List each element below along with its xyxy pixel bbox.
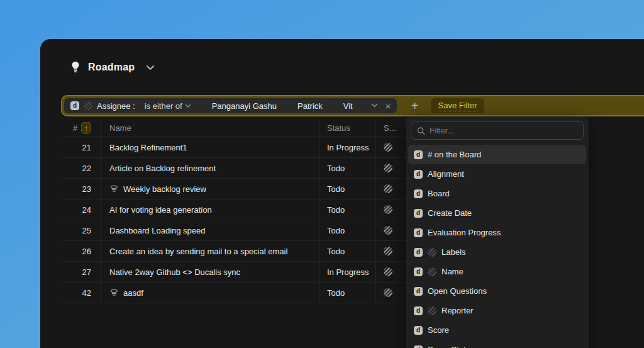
issue-name-cell[interactable]: Backlog Refinement1: [101, 137, 319, 157]
assignee-avatar-icon: [384, 226, 392, 235]
assignee-cell[interactable]: [376, 241, 409, 261]
dropdown-item-label: # on the Board: [428, 150, 481, 159]
dropdown-item[interactable]: dName: [408, 262, 586, 281]
status-cell[interactable]: Todo: [319, 158, 376, 178]
assignee-cell[interactable]: [376, 179, 409, 199]
dropdown-item-label: Evaluation Progress: [428, 228, 501, 237]
table-row[interactable]: 25Dashboard Loading speedTodo: [63, 220, 409, 241]
dropdown-item[interactable]: dScore: [408, 320, 586, 340]
assignee-avatar-icon: [384, 247, 392, 255]
dropdown-item[interactable]: dLabels: [408, 242, 586, 262]
assignee-cell[interactable]: [376, 220, 409, 240]
dropdown-item-label: Create Date: [428, 208, 472, 218]
issue-name-cell[interactable]: aasdf: [101, 283, 319, 303]
dropdown-item[interactable]: d# on the Board: [408, 145, 586, 164]
dropdown-item-label: Board: [428, 189, 450, 198]
status-cell[interactable]: In Progress: [319, 262, 376, 282]
number-header-label: #: [73, 123, 77, 133]
issue-name: Create an idea by sending mail to a spec…: [109, 247, 287, 256]
expand-chevron-icon[interactable]: [371, 103, 378, 108]
field-picker-dropdown: d# on the BoarddAlignmentdBoarddCreate D…: [406, 116, 589, 348]
dropdown-item[interactable]: dReporter: [408, 301, 586, 320]
issue-name: AI for voting idea generation: [109, 205, 212, 215]
table-row[interactable]: 27Native 2way Github <> Ducalis syncIn P…: [63, 262, 409, 283]
status-header-label: Status: [327, 123, 350, 133]
assignee-cell[interactable]: [376, 262, 409, 282]
status-value: Todo: [327, 184, 345, 194]
issue-name: Backlog Refinement1: [109, 143, 187, 152]
column-header-status[interactable]: Status: [319, 120, 376, 137]
filter-field-label: Assignee :: [97, 101, 135, 111]
dropdown-item[interactable]: dAlignment: [408, 164, 586, 184]
issue-name-cell[interactable]: AI for voting idea generation: [101, 199, 319, 220]
save-filter-label: Save Filter: [438, 101, 477, 111]
title-chevron-down-icon[interactable]: [146, 65, 155, 70]
recurring-icon: [109, 288, 119, 297]
ducalis-badge-icon: d: [414, 150, 423, 159]
source-avatar-icon: [428, 267, 436, 276]
issue-name-cell[interactable]: Native 2way Github <> Ducalis sync: [101, 262, 319, 282]
ducalis-badge-icon: d: [414, 345, 423, 348]
filter-operator-select[interactable]: is either of: [145, 101, 191, 111]
table-row[interactable]: 21Backlog Refinement1In Progress: [63, 137, 409, 158]
filter-bar: d Assignee : is either of Panganayi Gash…: [61, 95, 644, 116]
status-cell[interactable]: In Progress: [319, 137, 376, 157]
dropdown-item[interactable]: dBoard: [408, 184, 586, 203]
issue-name: Dashboard Loading speed: [109, 226, 206, 235]
table-row[interactable]: 22Article on Backlog refinementTodo: [63, 158, 409, 179]
add-filter-button[interactable]: +: [407, 99, 422, 112]
dropdown-item-label: Alignment: [428, 169, 464, 179]
dropdown-filter-input[interactable]: [430, 126, 577, 135]
save-filter-button[interactable]: Save Filter: [431, 98, 484, 113]
page-header: Roadmap: [70, 60, 155, 74]
status-cell[interactable]: Todo: [319, 199, 376, 220]
issue-name-cell[interactable]: Create an idea by sending mail to a spec…: [101, 241, 319, 261]
dropdown-item-list: d# on the BoarddAlignmentdBoarddCreate D…: [406, 145, 589, 348]
issue-name-cell[interactable]: Article on Backlog refinement: [101, 158, 319, 178]
dropdown-item[interactable]: dEvaluation Progress: [408, 223, 586, 242]
column-header-assignee[interactable]: S...: [376, 120, 409, 137]
search-icon: [417, 126, 425, 135]
row-number: 24: [63, 199, 101, 220]
row-number: 42: [63, 283, 101, 303]
issue-name-cell[interactable]: Dashboard Loading speed: [101, 220, 319, 240]
status-cell[interactable]: Todo: [319, 179, 376, 199]
column-header-number[interactable]: # ↑: [63, 120, 101, 137]
assignee-filter-pill[interactable]: d Assignee : is either of Panganayi Gash…: [64, 98, 397, 113]
assignee-cell[interactable]: [376, 199, 409, 220]
remove-filter-icon[interactable]: ×: [386, 101, 391, 111]
status-cell[interactable]: Todo: [319, 220, 376, 240]
dropdown-item[interactable]: dOpen Questions: [408, 281, 586, 301]
ducalis-badge-icon: d: [414, 189, 423, 198]
status-value: Todo: [327, 288, 345, 298]
column-header-name[interactable]: Name: [101, 120, 319, 137]
dropdown-item-label: Reporter: [441, 306, 474, 315]
ducalis-badge-icon: d: [414, 209, 423, 218]
issue-name: Article on Backlog refinement: [109, 164, 216, 173]
row-number: 27: [63, 262, 101, 282]
status-value: Todo: [327, 164, 345, 173]
status-value: In Progress: [327, 143, 369, 152]
assignee-value[interactable]: Vit: [343, 101, 353, 111]
dropdown-search[interactable]: [411, 121, 584, 140]
assignee-value[interactable]: Panganayi Gashu: [212, 101, 277, 111]
assignee-cell[interactable]: [376, 283, 409, 303]
issue-name-cell[interactable]: Weekly backlog review: [101, 179, 319, 199]
assignee-avatar-icon: [384, 205, 392, 214]
dropdown-item[interactable]: dCreate Date: [408, 203, 586, 223]
filter-operator-label: is either of: [145, 101, 182, 111]
table-row[interactable]: 26Create an idea by sending mail to a sp…: [63, 241, 409, 262]
assignee-cell[interactable]: [376, 158, 409, 178]
table-row[interactable]: 23Weekly backlog reviewTodo: [63, 179, 409, 199]
assignee-cell[interactable]: [376, 137, 409, 157]
source-avatar-icon: [428, 248, 436, 257]
dropdown-item[interactable]: dScore Status: [408, 340, 586, 348]
table-row[interactable]: 24AI for voting idea generationTodo: [63, 199, 409, 220]
status-cell[interactable]: Todo: [319, 241, 376, 261]
dropdown-item-label: Score Status: [428, 345, 474, 348]
status-cell[interactable]: Todo: [319, 283, 376, 303]
assignee-value[interactable]: Patrick: [297, 101, 323, 111]
table-row[interactable]: 42aasdfTodo: [63, 283, 409, 303]
sort-ascending-icon[interactable]: ↑: [81, 122, 91, 134]
dropdown-item-label: Labels: [441, 247, 465, 257]
